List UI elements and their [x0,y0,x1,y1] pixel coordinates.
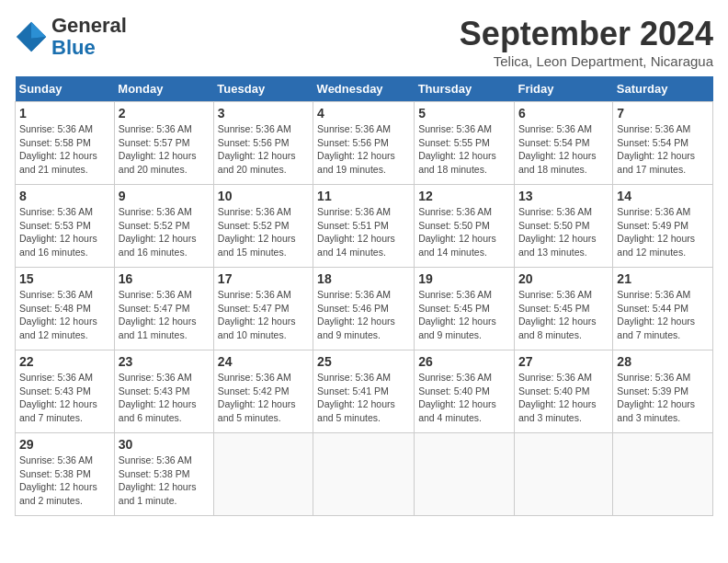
day-cell-29: 29 Sunrise: 5:36 AMSunset: 5:38 PMDaylig… [16,433,115,516]
day-number: 11 [317,189,410,203]
day-info: Sunrise: 5:36 AMSunset: 5:50 PMDaylight:… [518,206,597,258]
weekday-header-wednesday: Wednesday [313,76,415,102]
day-number: 18 [317,271,410,286]
logo-blue: Blue [51,36,96,59]
week-row-4: 22 Sunrise: 5:36 AMSunset: 5:43 PMDaylig… [16,350,713,433]
day-number: 15 [19,271,110,286]
day-info: Sunrise: 5:36 AMSunset: 5:39 PMDaylight:… [617,372,695,423]
day-info: Sunrise: 5:36 AMSunset: 5:52 PMDaylight:… [119,206,197,258]
day-number: 21 [617,271,709,286]
day-number: 7 [617,106,709,121]
page-header: General Blue September 2024 Telica, Leon… [15,15,713,69]
day-number: 17 [218,271,309,286]
day-info: Sunrise: 5:36 AMSunset: 5:44 PMDaylight:… [617,289,695,340]
day-cell-5: 5 Sunrise: 5:36 AMSunset: 5:55 PMDayligh… [415,102,515,185]
weekday-header-thursday: Thursday [415,76,515,102]
week-row-5: 29 Sunrise: 5:36 AMSunset: 5:38 PMDaylig… [16,433,713,516]
day-number: 25 [317,354,410,369]
day-info: Sunrise: 5:36 AMSunset: 5:45 PMDaylight:… [518,289,597,340]
weekday-header-monday: Monday [114,76,213,102]
day-info: Sunrise: 5:36 AMSunset: 5:47 PMDaylight:… [119,289,197,340]
day-number: 13 [518,189,609,203]
day-cell-9: 9 Sunrise: 5:36 AMSunset: 5:52 PMDayligh… [114,185,213,268]
day-info: Sunrise: 5:36 AMSunset: 5:46 PMDaylight:… [317,289,395,340]
day-info: Sunrise: 5:36 AMSunset: 5:43 PMDaylight:… [19,372,97,423]
week-row-2: 8 Sunrise: 5:36 AMSunset: 5:53 PMDayligh… [16,185,713,268]
day-cell-20: 20 Sunrise: 5:36 AMSunset: 5:45 PMDaylig… [514,268,612,350]
day-info: Sunrise: 5:36 AMSunset: 5:43 PMDaylight:… [119,372,197,423]
day-cell-18: 18 Sunrise: 5:36 AMSunset: 5:46 PMDaylig… [313,268,415,350]
day-cell-21: 21 Sunrise: 5:36 AMSunset: 5:44 PMDaylig… [613,268,713,350]
day-number: 2 [119,106,210,121]
calendar-table: SundayMondayTuesdayWednesdayThursdayFrid… [15,76,713,516]
day-number: 28 [617,354,709,369]
day-cell-10: 10 Sunrise: 5:36 AMSunset: 5:52 PMDaylig… [213,185,313,268]
day-number: 1 [19,106,110,121]
day-info: Sunrise: 5:36 AMSunset: 5:52 PMDaylight:… [218,206,296,258]
empty-cell [514,433,612,516]
day-number: 12 [418,189,510,203]
day-info: Sunrise: 5:36 AMSunset: 5:49 PMDaylight:… [617,206,695,258]
day-number: 26 [418,354,510,369]
day-cell-6: 6 Sunrise: 5:36 AMSunset: 5:54 PMDayligh… [514,102,612,185]
day-cell-24: 24 Sunrise: 5:36 AMSunset: 5:42 PMDaylig… [213,350,313,433]
day-info: Sunrise: 5:36 AMSunset: 5:51 PMDaylight:… [317,206,395,258]
week-row-1: 1 Sunrise: 5:36 AMSunset: 5:58 PMDayligh… [16,102,713,185]
week-row-3: 15 Sunrise: 5:36 AMSunset: 5:48 PMDaylig… [16,268,713,350]
day-cell-4: 4 Sunrise: 5:36 AMSunset: 5:56 PMDayligh… [313,102,415,185]
day-cell-19: 19 Sunrise: 5:36 AMSunset: 5:45 PMDaylig… [415,268,515,350]
day-cell-8: 8 Sunrise: 5:36 AMSunset: 5:53 PMDayligh… [16,185,115,268]
logo-text: General Blue [51,15,127,59]
day-cell-1: 1 Sunrise: 5:36 AMSunset: 5:58 PMDayligh… [16,102,115,185]
day-cell-23: 23 Sunrise: 5:36 AMSunset: 5:43 PMDaylig… [114,350,213,433]
empty-cell [613,433,713,516]
day-number: 3 [218,106,309,121]
day-number: 30 [119,437,210,452]
day-number: 4 [317,106,410,121]
day-info: Sunrise: 5:36 AMSunset: 5:58 PMDaylight:… [19,123,97,175]
day-cell-7: 7 Sunrise: 5:36 AMSunset: 5:54 PMDayligh… [613,102,713,185]
day-info: Sunrise: 5:36 AMSunset: 5:47 PMDaylight:… [218,289,296,340]
title-area: September 2024 Telica, Leon Department, … [460,15,713,69]
day-cell-3: 3 Sunrise: 5:36 AMSunset: 5:56 PMDayligh… [213,102,313,185]
day-number: 9 [119,189,210,203]
day-info: Sunrise: 5:36 AMSunset: 5:50 PMDaylight:… [418,206,496,258]
day-info: Sunrise: 5:36 AMSunset: 5:41 PMDaylight:… [317,372,395,423]
day-number: 23 [119,354,210,369]
day-cell-26: 26 Sunrise: 5:36 AMSunset: 5:40 PMDaylig… [415,350,515,433]
svg-marker-2 [31,37,46,52]
empty-cell [415,433,515,516]
day-number: 29 [19,437,110,452]
day-number: 5 [418,106,510,121]
day-cell-27: 27 Sunrise: 5:36 AMSunset: 5:40 PMDaylig… [514,350,612,433]
day-cell-12: 12 Sunrise: 5:36 AMSunset: 5:50 PMDaylig… [415,185,515,268]
day-cell-28: 28 Sunrise: 5:36 AMSunset: 5:39 PMDaylig… [613,350,713,433]
day-info: Sunrise: 5:36 AMSunset: 5:45 PMDaylight:… [418,289,496,340]
day-number: 20 [518,271,609,286]
day-number: 14 [617,189,709,203]
day-number: 8 [19,189,110,203]
weekday-header-tuesday: Tuesday [213,76,313,102]
day-info: Sunrise: 5:36 AMSunset: 5:57 PMDaylight:… [119,123,197,175]
day-info: Sunrise: 5:36 AMSunset: 5:48 PMDaylight:… [19,289,97,340]
day-info: Sunrise: 5:36 AMSunset: 5:54 PMDaylight:… [518,123,597,175]
day-info: Sunrise: 5:36 AMSunset: 5:55 PMDaylight:… [418,123,496,175]
empty-cell [313,433,415,516]
day-info: Sunrise: 5:36 AMSunset: 5:53 PMDaylight:… [19,206,97,258]
day-info: Sunrise: 5:36 AMSunset: 5:56 PMDaylight:… [218,123,296,175]
day-cell-2: 2 Sunrise: 5:36 AMSunset: 5:57 PMDayligh… [114,102,213,185]
day-cell-30: 30 Sunrise: 5:36 AMSunset: 5:38 PMDaylig… [114,433,213,516]
day-cell-15: 15 Sunrise: 5:36 AMSunset: 5:48 PMDaylig… [16,268,115,350]
day-number: 27 [518,354,609,369]
location-title: Telica, Leon Department, Nicaragua [460,53,713,69]
day-number: 24 [218,354,309,369]
day-info: Sunrise: 5:36 AMSunset: 5:38 PMDaylight:… [119,454,197,506]
day-info: Sunrise: 5:36 AMSunset: 5:42 PMDaylight:… [218,372,296,423]
weekday-header-sunday: Sunday [16,76,115,102]
logo: General Blue [15,15,127,59]
day-cell-13: 13 Sunrise: 5:36 AMSunset: 5:50 PMDaylig… [514,185,612,268]
day-cell-16: 16 Sunrise: 5:36 AMSunset: 5:47 PMDaylig… [114,268,213,350]
weekday-header-saturday: Saturday [613,76,713,102]
day-cell-14: 14 Sunrise: 5:36 AMSunset: 5:49 PMDaylig… [613,185,713,268]
logo-general: General [51,14,127,37]
